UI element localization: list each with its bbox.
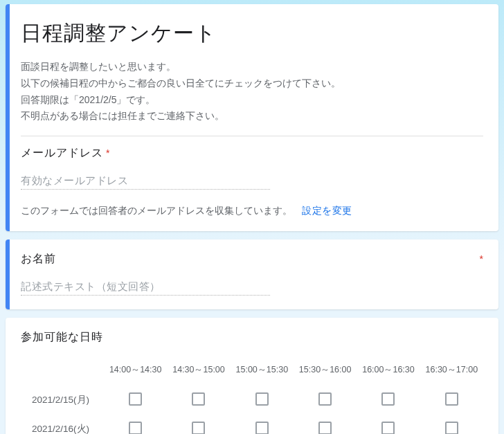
change-settings-link[interactable]: 設定を変更 <box>302 205 352 217</box>
availability-checkbox[interactable] <box>129 422 142 434</box>
date-row-label: 2021/2/16(火) <box>21 415 104 434</box>
table-row: 2021/2/16(火) <box>21 415 483 434</box>
name-label: お名前 <box>21 252 483 266</box>
availability-checkbox[interactable] <box>381 392 395 406</box>
name-input[interactable] <box>21 276 270 296</box>
availability-checkbox[interactable] <box>381 422 395 434</box>
form-header-card: 日程調整アンケート 面談日程を調整したいと思います。 以下の候補日程の中からご都… <box>6 4 498 231</box>
email-label-text: メールアドレス <box>21 146 103 161</box>
time-slot-header: 15:30～16:00 <box>294 361 357 386</box>
email-label: メールアドレス * <box>21 146 110 161</box>
email-collection-notice: このフォームでは回答者のメールアドレスを収集しています。 <box>21 205 292 217</box>
table-row: 2021/2/15(月) <box>21 386 483 415</box>
availability-checkbox[interactable] <box>255 422 269 434</box>
required-star: * <box>480 253 483 264</box>
time-slot-header: 15:00～15:30 <box>231 361 294 386</box>
date-row-label: 2021/2/15(月) <box>21 386 104 415</box>
availability-checkbox[interactable] <box>445 392 458 406</box>
email-input[interactable] <box>21 170 270 190</box>
form-title: 日程調整アンケート <box>21 19 483 48</box>
name-question-card: お名前 * <box>6 239 498 309</box>
availability-label: 参加可能な日時 <box>21 330 483 345</box>
availability-card: 参加可能な日時 14:00～14:30 14:30～15:00 15:00～15… <box>6 318 498 434</box>
availability-checkbox[interactable] <box>129 392 142 406</box>
time-slot-header: 16:00～16:30 <box>357 361 420 386</box>
availability-checkbox[interactable] <box>445 422 458 434</box>
accent-bar <box>6 4 10 231</box>
availability-checkbox[interactable] <box>318 392 332 406</box>
availability-checkbox[interactable] <box>255 392 269 406</box>
divider <box>21 136 483 136</box>
availability-grid: 14:00～14:30 14:30～15:00 15:00～15:30 15:3… <box>21 361 483 434</box>
time-slot-header: 16:30～17:00 <box>420 361 483 386</box>
availability-checkbox[interactable] <box>192 392 205 406</box>
time-slot-header: 14:30～15:00 <box>167 361 230 386</box>
time-slot-header: 14:00～14:30 <box>104 361 167 386</box>
availability-checkbox[interactable] <box>318 422 332 434</box>
required-star: * <box>106 147 110 159</box>
availability-checkbox[interactable] <box>192 422 205 434</box>
accent-bar <box>6 239 10 309</box>
form-description: 面談日程を調整したいと思います。 以下の候補日程の中からご都合の良い日全てにチェ… <box>21 59 483 125</box>
